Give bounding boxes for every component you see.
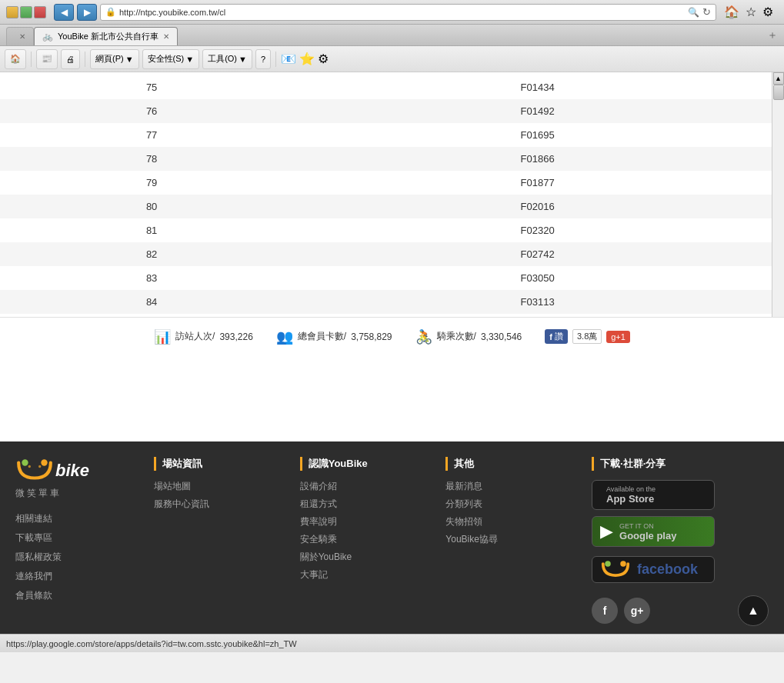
- scrollbar[interactable]: ▲: [772, 72, 784, 317]
- appstore-name: App Store: [606, 493, 656, 505]
- googleplay-text: GET IT ON Google play: [619, 522, 676, 541]
- main-content: 75 F01434 76 F01492 77 F01695 78 F01866 …: [0, 72, 784, 441]
- googleplay-btn[interactable]: ▶ GET IT ON Google play: [592, 516, 715, 547]
- star-icon[interactable]: ☆: [746, 5, 756, 19]
- scroll-thumb[interactable]: [773, 85, 784, 100]
- svg-point-2: [28, 465, 31, 468]
- back-button[interactable]: ◀: [54, 4, 74, 21]
- tab-close-active[interactable]: ✕: [163, 32, 169, 41]
- ubike-logo-svg: [15, 457, 54, 484]
- table-row: 84 F03113: [0, 290, 772, 314]
- other-link[interactable]: YouBike協尋: [445, 533, 576, 546]
- footer-nav-link[interactable]: 連絡我們: [15, 570, 138, 583]
- other-link[interactable]: 失物招領: [445, 515, 576, 528]
- footer-nav-link[interactable]: 隱私權政策: [15, 551, 138, 564]
- row-code: F02016: [303, 195, 772, 218]
- row-num: 76: [0, 99, 303, 123]
- googleplay-sub: GET IT ON: [619, 522, 676, 530]
- table-row: 80 F02016: [0, 195, 772, 218]
- about-link[interactable]: 關於YouBike: [300, 551, 431, 564]
- table-row: 77 F01695: [0, 123, 772, 147]
- row-code: F03113: [303, 290, 772, 314]
- table-row: 79 F01877: [0, 171, 772, 195]
- about-link[interactable]: 安全騎乘: [300, 533, 431, 546]
- about-link[interactable]: 設備介紹: [300, 480, 431, 493]
- ubike-fb-btn[interactable]: facebook: [592, 556, 715, 583]
- tab-close-inactive[interactable]: ✕: [19, 32, 25, 41]
- row-num: 80: [0, 195, 303, 218]
- tab-favicon: 🚲: [42, 32, 53, 42]
- row-num: 77: [0, 123, 303, 147]
- row-num: 81: [0, 218, 303, 242]
- about-link[interactable]: 費率說明: [300, 515, 431, 528]
- ubike-slogan: 微笑單車: [15, 487, 138, 500]
- site-link[interactable]: 場站地圖: [154, 480, 285, 493]
- table-row: 76 F01492: [0, 99, 772, 123]
- visits-value: 393,226: [219, 332, 252, 342]
- footer-nav-link[interactable]: 會員條款: [15, 589, 138, 602]
- gplus-icon-btn[interactable]: g+: [624, 598, 650, 624]
- home-icon[interactable]: 🏠: [724, 5, 739, 19]
- visits-icon: 📊: [154, 328, 171, 345]
- tab-inactive[interactable]: ✕: [6, 27, 34, 45]
- rides-value: 3,330,546: [481, 332, 522, 342]
- footer-nav-link[interactable]: 下載專區: [15, 531, 138, 545]
- scroll-up-arrow[interactable]: ▲: [773, 72, 784, 85]
- footer-col-about: 認識YouBike 設備介紹租還方式費率說明安全騎乘關於YouBike大事記: [300, 457, 431, 626]
- tools-btn[interactable]: 工具(O) ▼: [202, 49, 252, 69]
- table-row: 75 F01434: [0, 75, 772, 99]
- toolbar-icon-2: ⭐: [299, 52, 315, 66]
- minimize-btn[interactable]: [6, 6, 18, 18]
- address-bar[interactable]: 🔒 http://ntpc.youbike.com.tw/cl 🔍 ↻: [100, 4, 716, 21]
- other-link[interactable]: 分類列表: [445, 498, 576, 511]
- table-row: 82 F02742: [0, 242, 772, 266]
- about-link[interactable]: 大事記: [300, 568, 431, 581]
- about-link[interactable]: 租還方式: [300, 498, 431, 511]
- footer: bike 微笑單車 相關連結下載專區隱私權政策連絡我們會員條款 場站資訊 場站地…: [0, 441, 784, 634]
- appstore-text: Available on the App Store: [606, 485, 656, 505]
- row-code: F01492: [303, 99, 772, 123]
- maximize-btn[interactable]: [20, 6, 32, 18]
- footer-nav-link[interactable]: 相關連結: [15, 512, 138, 525]
- browser-titlebar: ◀ ▶ 🔒 http://ntpc.youbike.com.tw/cl 🔍 ↻ …: [0, 0, 784, 25]
- tools-label: 工具(O): [208, 53, 237, 65]
- forward-button[interactable]: ▶: [77, 4, 97, 21]
- row-num: 79: [0, 171, 303, 195]
- close-btn[interactable]: [34, 6, 46, 18]
- tab-active[interactable]: 🚲 YouBike 新北市公共自行車 ✕: [34, 27, 178, 45]
- refresh-icon[interactable]: ↻: [702, 6, 711, 18]
- appstore-btn[interactable]: Available on the App Store: [592, 480, 715, 510]
- print-btn[interactable]: 🖨: [61, 49, 80, 69]
- rss-btn[interactable]: 📰: [36, 49, 58, 69]
- status-bar: https://play.google.com/store/apps/detai…: [0, 634, 784, 652]
- footer-col-site-title: 場站資訊: [154, 457, 285, 471]
- other-links: 最新消息分類列表失物招領YouBike協尋: [445, 480, 576, 546]
- site-link[interactable]: 服務中心資訊: [154, 498, 285, 511]
- site-links: 場站地圖服務中心資訊: [154, 480, 285, 511]
- new-tab-icon[interactable]: ＋: [767, 28, 778, 42]
- gplus-btn[interactable]: g+1: [606, 331, 630, 343]
- toolbar-icon-3: ⚙: [318, 52, 329, 66]
- help-btn[interactable]: ?: [255, 49, 271, 69]
- about-links: 設備介紹租還方式費率說明安全騎乘關於YouBike大事記: [300, 480, 431, 581]
- fb-like-btn[interactable]: f 讚: [545, 329, 568, 344]
- separator-3: [275, 52, 276, 67]
- gear-icon[interactable]: ⚙: [762, 5, 773, 19]
- fb-stat: f 讚 3.8萬 g+1: [545, 329, 630, 344]
- table-wrapper: 75 F01434 76 F01492 77 F01695 78 F01866 …: [0, 72, 772, 317]
- content-area: 75 F01434 76 F01492 77 F01695 78 F01866 …: [0, 72, 784, 317]
- scroll-top-btn[interactable]: ▲: [738, 595, 769, 626]
- webpage-btn[interactable]: 網頁(P) ▼: [90, 49, 139, 69]
- svg-point-1: [41, 459, 47, 465]
- googleplay-name: Google play: [619, 530, 676, 541]
- other-link[interactable]: 最新消息: [445, 480, 576, 493]
- svg-point-4: [605, 561, 611, 567]
- fb-count: 3.8萬: [572, 329, 602, 344]
- home-toolbar-btn[interactable]: 🏠: [5, 49, 26, 69]
- rides-stat: 🚴 騎乘次數/3,330,546: [415, 328, 522, 345]
- facebook-icon-btn[interactable]: f: [592, 598, 618, 624]
- security-btn[interactable]: 安全性(S) ▼: [142, 49, 200, 69]
- row-num: 82: [0, 242, 303, 266]
- table-row: 78 F01866: [0, 147, 772, 171]
- row-code: F02742: [303, 242, 772, 266]
